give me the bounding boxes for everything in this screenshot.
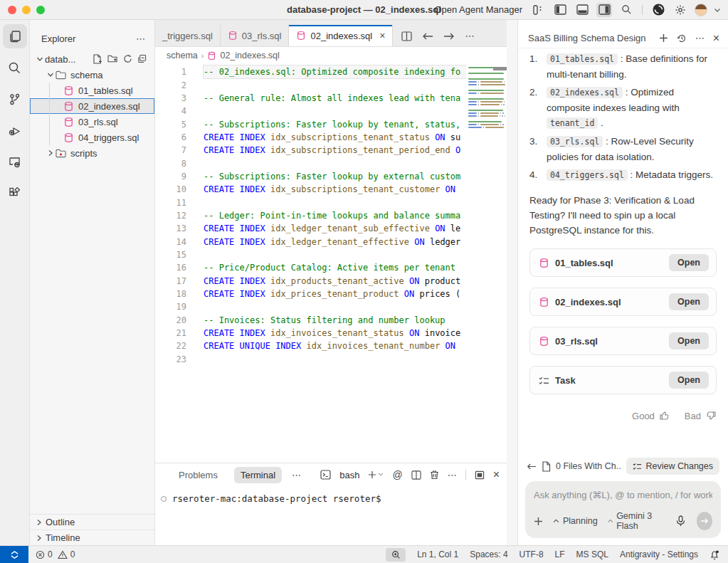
close-tab-icon[interactable]: × (379, 31, 385, 41)
file-card-03-rls-sql[interactable]: 03_rls.sqlOpen (529, 327, 717, 355)
code-line-22[interactable]: 22CREATE UNIQUE INDEX idx_invoices_tenan… (155, 340, 507, 352)
search-sidebar-icon[interactable] (3, 56, 27, 80)
code-line-18[interactable]: 18CREATE INDEX idx_prices_tenant_product… (155, 288, 507, 300)
zoom-indicator[interactable] (386, 548, 406, 562)
breadcrumb-file[interactable]: 02_indexes.sql (220, 51, 279, 60)
code-line-11[interactable]: 11 (155, 196, 507, 209)
collapse-files-arrow-icon[interactable] (527, 463, 537, 470)
minimap-slider[interactable] (493, 67, 507, 70)
split-terminal-icon[interactable] (411, 470, 421, 480)
notifications-bell-icon[interactable] (709, 549, 719, 560)
code-line-4[interactable]: 4 (155, 105, 507, 117)
toggle-bottom-panel-icon[interactable] (574, 3, 590, 17)
extensions-icon[interactable] (3, 181, 27, 205)
eol-setting[interactable]: LF (555, 549, 565, 559)
code-line-13[interactable]: 13CREATE INDEX idx_ledger_tenant_sub_eff… (155, 222, 507, 235)
code-line-2[interactable]: 2 (155, 78, 507, 91)
new-file-icon[interactable] (93, 54, 102, 64)
review-changes-button[interactable]: Review Changes (626, 458, 720, 475)
chat-input-box[interactable]: Ask anything (⌘L), @ to mention, / for w… (525, 481, 721, 538)
terminal-mention-icon[interactable]: @ (392, 469, 402, 480)
toggle-left-panel-icon[interactable] (552, 3, 568, 17)
code-line-10[interactable]: 10CREATE INDEX idx_subscriptions_tenant_… (155, 183, 507, 196)
code-line-3[interactable]: 3-- General rule: Almost all indexes lea… (155, 92, 507, 105)
new-chat-icon[interactable] (659, 33, 668, 43)
attach-plus-icon[interactable] (534, 517, 543, 526)
explorer-more-icon[interactable]: ⋯ (136, 33, 146, 44)
code-line-15[interactable]: 15 (155, 248, 507, 261)
code-line-12[interactable]: 12-- Ledger: Point-in-time lookups and b… (155, 209, 507, 222)
user-avatar[interactable] (695, 4, 707, 16)
tree-folder-schema[interactable]: schema (30, 67, 154, 83)
code-line-19[interactable]: 19 (155, 300, 507, 313)
file-card-task[interactable]: TaskOpen (529, 366, 717, 394)
tree-folder-scripts[interactable]: scripts (30, 145, 154, 161)
outline-section[interactable]: Outline (30, 514, 154, 530)
minimize-window-button[interactable] (22, 6, 31, 14)
account-chevron-down-icon[interactable] (714, 7, 721, 13)
file-card-02-indexes-sql[interactable]: 02_indexes.sqlOpen (529, 288, 717, 316)
code-line-17[interactable]: 17CREATE INDEX idx_products_tenant_activ… (155, 275, 507, 288)
code-editor[interactable]: 1-- 02_indexes.sql: Optimized composite … (155, 64, 507, 463)
collapse-all-icon[interactable] (137, 54, 147, 64)
code-line-5[interactable]: 5-- Subscriptions: Faster lookup by tena… (155, 117, 507, 130)
code-line-21[interactable]: 21CREATE INDEX idx_invoices_tenant_statu… (155, 327, 507, 340)
tab-03-rls-sql[interactable]: 03_rls.sql (221, 25, 290, 46)
antigravity-settings[interactable]: Antigravity - Settings (620, 549, 698, 559)
toggle-right-panel-icon[interactable] (596, 3, 612, 17)
thumbs-down-icon[interactable] (705, 410, 717, 421)
open-file-button[interactable]: Open (669, 332, 709, 349)
agent-manager-icon[interactable] (530, 3, 546, 17)
new-terminal-icon[interactable] (368, 470, 384, 479)
source-control-icon[interactable] (3, 87, 27, 111)
thumbs-up-icon[interactable] (659, 410, 670, 421)
code-line-14[interactable]: 14CREATE INDEX idx_ledger_tenant_effecti… (155, 235, 507, 248)
new-folder-icon[interactable] (107, 54, 118, 64)
code-line-16[interactable]: 16-- Price/Product Catalog: Active items… (155, 261, 507, 274)
maximize-panel-icon[interactable] (475, 470, 485, 480)
code-line-23[interactable]: 23 (155, 353, 507, 366)
panel-tabs-more-icon[interactable]: ⋯ (292, 470, 301, 480)
breadcrumb-folder[interactable]: schema (167, 51, 198, 60)
code-line-20[interactable]: 20-- Invoices: Status filtering and numb… (155, 314, 507, 327)
antigravity-logo-icon[interactable] (650, 3, 666, 17)
indentation-setting[interactable]: Spaces: 4 (470, 549, 507, 559)
close-chat-icon[interactable]: × (713, 32, 719, 45)
zoom-window-button[interactable] (36, 6, 45, 14)
refresh-icon[interactable] (123, 54, 132, 64)
model-selector[interactable]: Gemini 3 Flash (608, 511, 666, 531)
tab-terminal[interactable]: Terminal (234, 467, 282, 483)
tab-problems[interactable]: Problems (172, 467, 224, 483)
run-debug-icon[interactable] (3, 118, 27, 142)
file-card-01-tables-sql[interactable]: 01_tables.sqlOpen (529, 248, 717, 277)
close-window-button[interactable] (8, 6, 16, 14)
timeline-section[interactable]: Timeline (30, 530, 154, 545)
send-button[interactable] (697, 512, 712, 530)
open-file-button[interactable]: Open (669, 293, 709, 310)
remote-indicator[interactable] (0, 546, 28, 563)
remote-explorer-icon[interactable] (3, 149, 27, 174)
tab--triggers-sql[interactable]: _triggers.sql (155, 25, 221, 46)
code-line-9[interactable]: 9-- Subscriptions: Faster lookup by exte… (155, 170, 507, 183)
language-mode[interactable]: MS SQL (576, 549, 608, 559)
minimap[interactable] (466, 65, 507, 463)
settings-gear-icon[interactable] (672, 3, 688, 17)
microphone-icon[interactable] (676, 515, 685, 527)
open-agent-manager-button[interactable]: Open Agent Manager (434, 4, 522, 15)
split-editor-icon[interactable] (401, 31, 412, 41)
search-icon[interactable] (618, 3, 634, 17)
open-file-button[interactable]: Open (669, 372, 709, 389)
navigate-forward-icon[interactable] (443, 32, 455, 41)
editor-more-icon[interactable]: ⋯ (465, 31, 474, 41)
chat-history-icon[interactable] (677, 33, 687, 43)
navigate-back-icon[interactable] (422, 32, 433, 41)
terminal-shell-label[interactable]: bash (339, 470, 359, 480)
mode-selector[interactable]: Planning (553, 516, 598, 526)
chat-more-icon[interactable]: ⋯ (695, 33, 705, 43)
open-file-button[interactable]: Open (669, 254, 709, 271)
explorer-icon[interactable] (3, 24, 27, 48)
panel-separator[interactable] (507, 20, 518, 545)
tree-folder-datab-[interactable]: datab... (30, 51, 154, 67)
tab-02-indexes-sql[interactable]: 02_indexes.sql× (289, 25, 393, 46)
code-line-6[interactable]: 6CREATE INDEX idx_subscriptions_tenant_s… (155, 131, 507, 144)
